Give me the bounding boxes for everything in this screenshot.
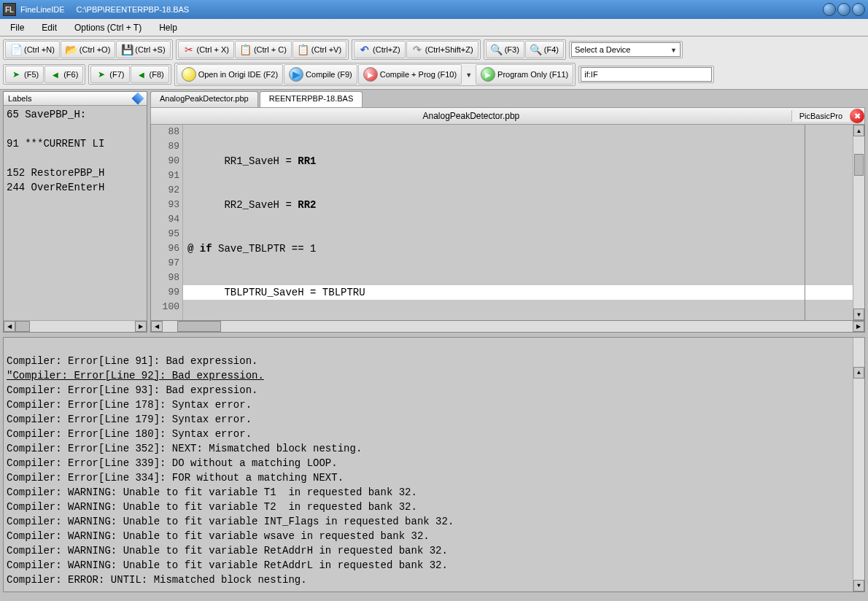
compile-button[interactable]: Compile (F9) — [284, 64, 357, 85]
indent-f5-button[interactable]: (F5) — [5, 66, 44, 83]
line-number: 89 — [151, 139, 179, 154]
menu-help[interactable]: Help — [152, 20, 185, 35]
compileprog-label: Compile + Prog (F10) — [380, 70, 457, 79]
copy-icon — [240, 44, 252, 55]
ifif-input[interactable]: if:IF — [581, 67, 712, 82]
dropdown-arrow-icon[interactable] — [462, 70, 475, 79]
output-vscroll[interactable]: ▲ ▼ — [853, 338, 864, 592]
menu-edit[interactable]: Edit — [34, 20, 64, 35]
open-label: (Ctrl +O) — [80, 45, 110, 54]
scroll-up-icon[interactable]: ▲ — [853, 367, 864, 379]
line-number: 90 — [151, 154, 179, 168]
save-button[interactable]: (Ctrl +S) — [116, 41, 170, 58]
open-button[interactable]: (Ctrl +O) — [61, 41, 115, 58]
scroll-right-icon[interactable]: ▶ — [135, 321, 147, 332]
find-next-button[interactable]: (F4) — [525, 41, 564, 58]
output-line: Compiler: WARNING: Unable to fit variabl… — [7, 514, 861, 529]
redo-button[interactable]: (Ctrl+Shift+Z) — [406, 41, 478, 58]
vscroll-thumb[interactable] — [854, 154, 864, 176]
toolbar-row-2: (F5) (F6) (F7) (F8) Open in Origi IDE (F… — [1, 61, 867, 88]
undo-icon — [359, 44, 371, 55]
menubar: File Edit Options (Ctrl + T) Help — [0, 19, 868, 36]
editor-close-button[interactable] — [850, 109, 864, 123]
compile-label: Compile (F9) — [306, 70, 352, 79]
line-number: 92 — [151, 183, 179, 198]
indent-icon — [10, 69, 22, 80]
cut-button[interactable]: (Ctrl + X) — [178, 41, 234, 58]
close-button[interactable] — [852, 3, 865, 16]
program-only-button[interactable]: ▶Program Only (F11) — [476, 64, 573, 85]
f5-label: (F5) — [24, 70, 39, 79]
device-select[interactable]: Select a Device — [571, 42, 681, 57]
minimize-button[interactable] — [823, 3, 836, 16]
main-area: Labels 65 SavePBP_H: 91 ***CURRENT LI 15… — [0, 90, 868, 334]
list-item[interactable]: 244 OverReEnterH — [7, 180, 144, 195]
sidebar-header[interactable]: Labels — [4, 92, 147, 106]
open-origi-button[interactable]: Open in Origi IDE (F2) — [177, 64, 283, 85]
menu-file[interactable]: File — [3, 20, 31, 35]
editor-filename: AnalogPeakDetector.pbp — [151, 111, 791, 121]
outdent2-icon — [136, 69, 147, 80]
maximize-button[interactable] — [837, 3, 850, 16]
sidebar-hscroll[interactable]: ◀ ▶ — [4, 320, 147, 332]
indent2-icon — [96, 69, 107, 80]
menu-options[interactable]: Options (Ctrl + T) — [67, 20, 149, 35]
editor-header: AnalogPeakDetector.pbp PicBasicPro — [150, 107, 865, 125]
find-next-icon — [530, 44, 542, 55]
outdent-f6-button[interactable]: (F6) — [44, 66, 83, 83]
scroll-down-icon[interactable]: ▼ — [853, 309, 864, 320]
code-editor[interactable]: RR1_SaveH = RR1 RR2_SaveH = RR2 @ if Sav… — [183, 125, 853, 320]
editor-hscroll[interactable]: ◀ ▶ — [150, 321, 865, 333]
paste-button[interactable]: (Ctrl +V) — [292, 41, 346, 58]
compiler-output[interactable]: Compiler: Error[Line 91]: Bad expression… — [3, 337, 865, 592]
find-icon — [491, 44, 503, 55]
list-item[interactable]: 65 SavePBP_H: — [7, 107, 144, 122]
tabstrip: AnalogPeakDetector.pbp REENTERPBP-18.BAS — [150, 91, 865, 107]
find-button[interactable]: (F3) — [486, 41, 524, 58]
play-blue-icon — [289, 67, 303, 82]
f7-label: (F7) — [109, 70, 124, 79]
diamond-icon — [132, 93, 144, 105]
list-item[interactable]: 91 ***CURRENT LI — [7, 136, 144, 151]
line-number: 99 — [151, 285, 179, 300]
indent-f7-button[interactable]: (F7) — [90, 66, 129, 83]
tab-reenterpbp[interactable]: REENTERPBP-18.BAS — [260, 91, 363, 107]
outdent-icon — [50, 69, 61, 80]
scroll-thumb[interactable] — [15, 321, 30, 332]
redo-label: (Ctrl+Shift+Z) — [425, 45, 473, 54]
list-item[interactable]: 152 RestorePBP_H — [7, 166, 144, 180]
output-line: Compiler: WARNING: Unable to fit variabl… — [7, 529, 861, 543]
editor-area: AnalogPeakDetector.pbp REENTERPBP-18.BAS… — [150, 91, 865, 333]
scroll-left-icon[interactable]: ◀ — [151, 321, 163, 332]
tab-analogpeak[interactable]: AnalogPeakDetector.pbp — [150, 91, 258, 107]
line-number: 91 — [151, 168, 179, 183]
copy-button[interactable]: (Ctrl + C) — [235, 41, 292, 58]
output-line: "Compiler: Error[Line 92]: Bad expressio… — [7, 370, 264, 381]
f8-label: (F8) — [150, 70, 164, 79]
scroll-right-icon[interactable]: ▶ — [853, 321, 864, 332]
progonly-label: Program Only (F11) — [497, 70, 568, 79]
sidebar-list[interactable]: 65 SavePBP_H: 91 ***CURRENT LI 152 Resto… — [4, 106, 147, 320]
output-line: Compiler: Error[Line 179]: Syntax error. — [7, 412, 861, 427]
outdent-f8-button[interactable]: (F8) — [131, 66, 169, 83]
line-number: 93 — [151, 198, 179, 212]
scroll-down-icon[interactable]: ▼ — [853, 580, 864, 592]
scroll-left-icon[interactable]: ◀ — [4, 321, 15, 332]
ifif-value: if:IF — [584, 70, 597, 79]
close-icon — [854, 112, 861, 121]
scroll-up-icon[interactable]: ▲ — [853, 125, 864, 136]
device-placeholder: Select a Device — [575, 45, 630, 54]
editor-vscroll[interactable]: ▲ ▼ — [853, 125, 864, 320]
new-button[interactable]: (Ctrl +N) — [5, 41, 60, 58]
hscroll-thumb[interactable] — [177, 321, 221, 332]
compile-prog-button[interactable]: ▶Compile + Prog (F10) — [358, 64, 462, 85]
play-green-icon: ▶ — [481, 67, 495, 82]
output-line: Compiler: Error[Line 352]: NEXT: Mismatc… — [7, 441, 861, 456]
undo-button[interactable]: (Ctrl+Z) — [354, 41, 406, 58]
output-line: Compiler: Error[Line 91]: Bad expression… — [7, 354, 861, 368]
paste-label: (Ctrl +V) — [311, 45, 341, 54]
line-number: 96 — [151, 241, 179, 256]
current-line: TBLPTRU_SaveH = TBLPTRU — [183, 285, 853, 300]
output-line: Compiler: Error[Line 334]: FOR without a… — [7, 470, 861, 485]
new-file-icon — [10, 44, 22, 55]
